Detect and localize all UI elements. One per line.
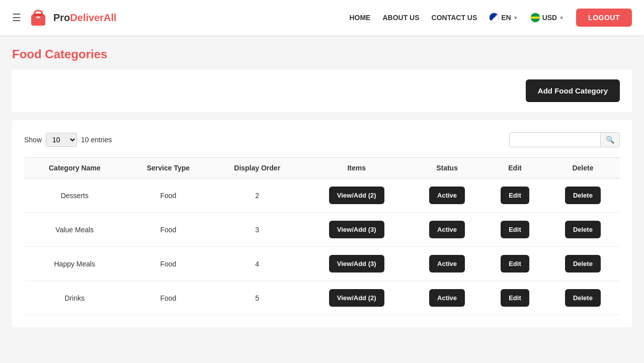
show-label: Show [24, 136, 42, 144]
hamburger-icon[interactable]: ☰ [12, 12, 21, 24]
cell-display-order: 5 [211, 281, 303, 315]
view-add-button[interactable]: View/Add (3) [329, 221, 384, 238]
table-row: Happy Meals Food 4 View/Add (3) Active E… [24, 247, 620, 281]
delete-button[interactable]: Delete [565, 221, 601, 238]
search-box: 🔍 [509, 132, 620, 147]
add-food-category-button[interactable]: Add Food Category [526, 79, 620, 102]
svg-rect-0 [31, 15, 45, 26]
edit-button[interactable]: Edit [501, 289, 529, 307]
table-row: Drinks Food 5 View/Add (2) Active Edit D… [24, 281, 620, 315]
edit-button[interactable]: Edit [501, 187, 529, 204]
cell-status: Active [410, 247, 484, 281]
delete-button[interactable]: Delete [565, 289, 601, 307]
status-button[interactable]: Active [429, 289, 465, 307]
cell-delete: Delete [546, 213, 620, 247]
lang-label: EN [501, 14, 511, 22]
cell-delete: Delete [546, 178, 620, 213]
cell-items: View/Add (3) [303, 247, 410, 281]
table-body: Desserts Food 2 View/Add (2) Active Edit… [24, 178, 620, 315]
show-entries: Show 10 25 50 100 10 entries [24, 133, 112, 147]
br-flag-icon [530, 13, 540, 23]
logo-container: ProDeliverAll [27, 7, 117, 29]
page-content: Food Categories Add Food Category Show 1… [0, 35, 644, 339]
cell-delete: Delete [546, 247, 620, 281]
cell-display-order: 4 [211, 247, 303, 281]
col-delete: Delete [546, 158, 620, 178]
cell-service-type: Food [125, 281, 211, 315]
about-nav-link[interactable]: ABOUT US [382, 14, 419, 22]
col-items: Items [303, 158, 410, 178]
svg-rect-2 [33, 14, 43, 16]
cell-edit: Edit [484, 281, 546, 315]
table-row: Desserts Food 2 View/Add (2) Active Edit… [24, 178, 620, 213]
lang-chevron-icon: ▼ [513, 15, 518, 21]
contact-nav-link[interactable]: CONTACT US [432, 14, 477, 22]
table-container: Show 10 25 50 100 10 entries 🔍 Ca [12, 120, 632, 327]
table-controls: Show 10 25 50 100 10 entries 🔍 [24, 132, 620, 147]
entries-select[interactable]: 10 25 50 100 [46, 133, 77, 147]
edit-button[interactable]: Edit [501, 221, 529, 238]
table-header-row: Category Name Service Type Display Order… [24, 158, 620, 178]
cell-edit: Edit [484, 178, 546, 213]
col-status: Status [410, 158, 484, 178]
cell-display-order: 2 [211, 178, 303, 213]
cell-service-type: Food [125, 213, 211, 247]
cell-category-name: Desserts [24, 178, 125, 213]
cell-category-name: Drinks [24, 281, 125, 315]
cell-items: View/Add (2) [303, 281, 410, 315]
status-button[interactable]: Active [429, 255, 465, 273]
cell-delete: Delete [546, 281, 620, 315]
page-title: Food Categories [12, 47, 632, 61]
food-categories-table: Category Name Service Type Display Order… [24, 157, 620, 315]
svg-rect-1 [36, 17, 40, 18]
cell-service-type: Food [125, 247, 211, 281]
status-button[interactable]: Active [429, 187, 465, 204]
language-selector[interactable]: EN ▼ [489, 13, 518, 23]
search-input[interactable] [510, 133, 600, 147]
currency-chevron-icon: ▼ [559, 15, 564, 21]
col-display-order: Display Order [211, 158, 303, 178]
col-edit: Edit [484, 158, 546, 178]
delete-button[interactable]: Delete [565, 187, 601, 204]
col-category-name: Category Name [24, 158, 125, 178]
cell-category-name: Happy Meals [24, 247, 125, 281]
header-nav: HOME ABOUT US CONTACT US EN ▼ USD ▼ LOGO… [349, 9, 632, 27]
search-button[interactable]: 🔍 [600, 133, 619, 147]
currency-label: USD [542, 14, 557, 22]
cell-items: View/Add (3) [303, 213, 410, 247]
view-add-button[interactable]: View/Add (2) [329, 187, 384, 204]
delete-button[interactable]: Delete [565, 255, 601, 273]
logout-button[interactable]: LOGOUT [576, 9, 632, 27]
table-head: Category Name Service Type Display Order… [24, 158, 620, 178]
entries-label: 10 entries [81, 136, 112, 144]
currency-selector[interactable]: USD ▼ [530, 13, 564, 23]
logo-image [27, 7, 49, 29]
cell-status: Active [410, 178, 484, 213]
table-row: Value Meals Food 3 View/Add (3) Active E… [24, 213, 620, 247]
cell-category-name: Value Meals [24, 213, 125, 247]
cell-items: View/Add (2) [303, 178, 410, 213]
header-left: ☰ ProDeliverAll [12, 7, 117, 29]
status-button[interactable]: Active [429, 221, 465, 238]
col-service-type: Service Type [125, 158, 211, 178]
cell-display-order: 3 [211, 213, 303, 247]
en-flag-icon [489, 13, 499, 23]
cell-status: Active [410, 281, 484, 315]
search-icon: 🔍 [606, 136, 614, 144]
action-bar: Add Food Category [12, 69, 632, 112]
view-add-button[interactable]: View/Add (2) [329, 289, 384, 307]
cell-edit: Edit [484, 247, 546, 281]
cell-status: Active [410, 213, 484, 247]
view-add-button[interactable]: View/Add (3) [329, 255, 384, 273]
header: ☰ ProDeliverAll HOME ABOUT US CONTACT US… [0, 0, 644, 35]
home-nav-link[interactable]: HOME [349, 14, 370, 22]
logo-text: ProDeliverAll [53, 12, 117, 24]
edit-button[interactable]: Edit [501, 255, 529, 273]
cell-edit: Edit [484, 213, 546, 247]
cell-service-type: Food [125, 178, 211, 213]
